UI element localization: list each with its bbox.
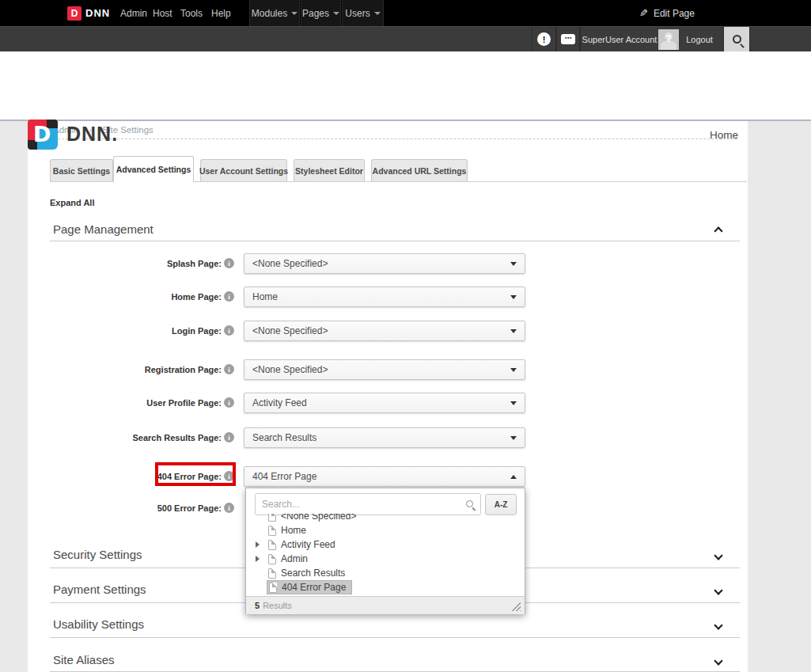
menu-help[interactable]: Help: [211, 0, 231, 26]
messages-button[interactable]: ⋯: [556, 27, 580, 51]
site-header: D DNN. Home: [0, 51, 811, 120]
info-icon[interactable]: i: [224, 291, 234, 302]
caret-down-icon: [510, 436, 517, 440]
search-results-page-select[interactable]: Search Results: [244, 427, 525, 448]
field-label-registration-page: Registration Page:: [50, 359, 222, 380]
results-footer: 5 Results: [246, 596, 525, 614]
home-page-select[interactable]: Home: [244, 287, 525, 307]
menu-modules[interactable]: Modules: [249, 0, 300, 26]
caret-down-icon: [510, 401, 517, 405]
tree-item-selected[interactable]: 404 Error Page: [246, 580, 525, 594]
content-panel: Admin › Site Settings Basic Settings Adv…: [28, 121, 748, 672]
menu-admin[interactable]: Admin: [120, 0, 147, 26]
page-icon: [268, 568, 276, 579]
page-icon: [268, 540, 276, 550]
search-icon: [733, 35, 741, 44]
chevron-down-icon: [291, 12, 297, 15]
field-label-login-page: Login Page:: [50, 321, 222, 341]
account-link[interactable]: SuperUser Account: [580, 27, 658, 51]
info-icon[interactable]: i: [224, 258, 234, 268]
caret-down-icon: [510, 368, 517, 372]
annotation-highlight-box: [155, 462, 236, 486]
dnn-logo[interactable]: D: [28, 120, 63, 150]
search-button[interactable]: [723, 27, 750, 51]
tab-user-account-settings[interactable]: User Account Settings: [200, 159, 287, 181]
menu-users[interactable]: Users: [342, 0, 384, 26]
edit-page-button[interactable]: ✎Edit Page: [639, 0, 695, 26]
dropdown-search: [255, 493, 481, 515]
avatar[interactable]: ?: [658, 29, 679, 50]
search-input[interactable]: [262, 495, 460, 514]
chevron-down-icon: [333, 12, 339, 15]
caret-down-icon: [510, 262, 517, 266]
menu-host[interactable]: Host: [153, 0, 172, 26]
tab-advanced-url-settings[interactable]: Advanced URL Settings: [371, 159, 468, 181]
tab-stylesheet-editor[interactable]: Stylesheet Editor: [294, 159, 365, 181]
tree-item[interactable]: Home: [246, 523, 525, 537]
resize-handle[interactable]: [511, 602, 521, 611]
section-title-site-aliases[interactable]: Site Aliases: [53, 653, 115, 666]
caret-down-icon: [510, 329, 517, 333]
tab-advanced-settings[interactable]: Advanced Settings: [113, 156, 194, 182]
page-icon: [269, 583, 277, 593]
user-profile-page-select[interactable]: Activity Feed: [244, 393, 525, 413]
tree-item[interactable]: Activity Feed: [246, 537, 525, 552]
user-bar: ! ⋯ SuperUser Account ? Logout: [0, 26, 811, 51]
expand-icon-payment[interactable]: [714, 586, 722, 593]
field-label-search-results-page: Search Results Page:: [50, 427, 222, 448]
splash-page-select[interactable]: <None Specified>: [244, 253, 525, 274]
tree-item[interactable]: Search Results: [246, 566, 525, 580]
expand-arrow-icon[interactable]: [256, 541, 260, 548]
info-icon[interactable]: i: [224, 503, 234, 513]
caret-down-icon: [510, 295, 517, 299]
expand-icon-usability[interactable]: [714, 621, 722, 628]
info-icon[interactable]: i: [224, 397, 234, 408]
section-title-security-settings[interactable]: Security Settings: [53, 548, 142, 561]
page-tree: <None Specified> Home Activity Feed Admi…: [246, 514, 525, 596]
results-label: Results: [263, 601, 292, 610]
brand-text: DNN.: [66, 123, 118, 146]
breadcrumb-divider: [38, 139, 737, 139]
expand-all-link[interactable]: Expand All: [50, 198, 94, 207]
messages-icon: ⋯: [561, 34, 575, 44]
expand-icon-site-aliases[interactable]: [714, 656, 722, 663]
page-icon: [268, 554, 276, 564]
section-title-payment-settings[interactable]: Payment Settings: [53, 583, 146, 596]
tree-item[interactable]: Admin: [246, 552, 525, 566]
collapse-icon-page-management[interactable]: [714, 225, 722, 232]
results-count: 5: [255, 601, 260, 610]
section-divider: [50, 241, 740, 241]
info-icon[interactable]: i: [224, 325, 234, 336]
tree-item[interactable]: <None Specified>: [246, 514, 525, 523]
info-icon[interactable]: i: [224, 432, 234, 442]
logout-link[interactable]: Logout: [680, 27, 718, 51]
section-title-page-management[interactable]: Page Management: [53, 222, 153, 236]
page-icon: [268, 526, 276, 536]
registration-page-select[interactable]: <None Specified>: [244, 359, 525, 380]
tab-basic-settings[interactable]: Basic Settings: [50, 159, 113, 181]
menu-pages[interactable]: Pages: [301, 0, 341, 26]
sort-az-button[interactable]: A-Z: [485, 494, 517, 515]
expand-arrow-icon[interactable]: [256, 556, 260, 562]
field-label-splash-page: Splash Page:: [50, 253, 222, 274]
field-label-user-profile-page: User Profile Page:: [50, 393, 222, 413]
section-title-usability-settings[interactable]: Usability Settings: [53, 617, 144, 631]
notification-button[interactable]: !: [532, 27, 556, 51]
chevron-down-icon: [374, 12, 381, 15]
pencil-icon: ✎: [639, 7, 648, 19]
notification-icon: !: [537, 32, 551, 46]
page-picker-dropdown: A-Z <None Specified> Home Activity Feed …: [245, 488, 525, 614]
top-control-bar: D DNN Admin Host Tools Help Modules Page…: [0, 0, 811, 26]
info-icon[interactable]: i: [224, 364, 234, 374]
error-404-page-select[interactable]: 404 Error Page: [244, 466, 525, 487]
caret-up-icon: [510, 475, 517, 479]
nav-home-link[interactable]: Home: [710, 129, 738, 141]
login-page-select[interactable]: <None Specified>: [244, 321, 525, 341]
menu-tools[interactable]: Tools: [180, 0, 203, 26]
expand-icon-security[interactable]: [714, 551, 722, 558]
page-icon: [268, 514, 276, 522]
dnn-small-logo: D DNN: [67, 0, 110, 26]
section-divider: [50, 637, 740, 638]
dnn-logo-icon: D: [67, 6, 81, 21]
field-label-home-page: Home Page:: [50, 287, 222, 307]
